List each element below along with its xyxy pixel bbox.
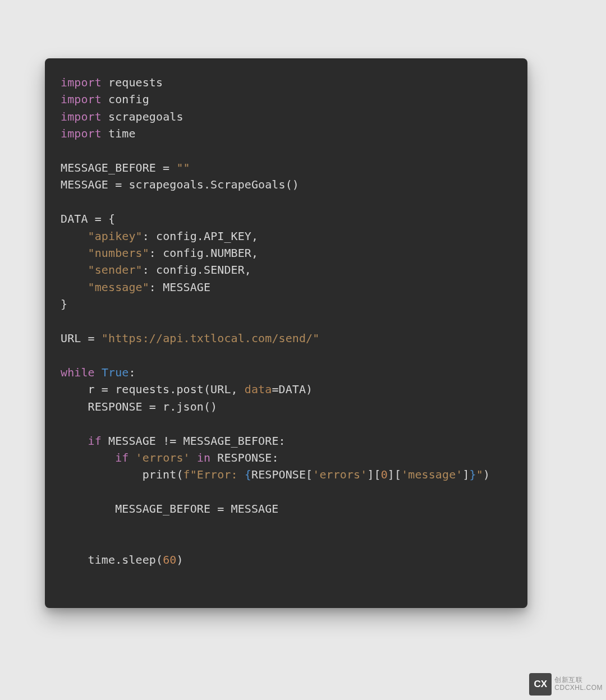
code-token (102, 110, 108, 123)
code-token: time (108, 127, 136, 140)
code-token: MESSAGE_BEFORE = MESSAGE (61, 502, 279, 515)
code-token (102, 127, 108, 140)
code-token: import (61, 93, 102, 106)
code-token (190, 451, 197, 464)
code-token: { (245, 468, 251, 481)
code-token: config (108, 93, 149, 106)
code-token: if (115, 451, 128, 464)
watermark-text: 创新互联 CDCXHL.COM (554, 676, 603, 692)
code-token: 'errors' (136, 451, 190, 464)
code-token: 60 (163, 553, 176, 567)
code-token: if (88, 434, 102, 448)
code-token: while (61, 366, 95, 379)
code-token: ][ (388, 468, 401, 481)
code-token: " (476, 468, 483, 481)
code-token: } (61, 297, 67, 311)
code-token: RESPONSE = r.json() (61, 400, 217, 413)
code-token: print( (61, 468, 183, 481)
code-token (95, 366, 102, 379)
code-token (61, 434, 88, 448)
code-token: "numbers" (88, 246, 149, 260)
code-token (61, 280, 88, 294)
code-block: import requests import config import scr… (61, 74, 512, 569)
code-token: "sender" (88, 263, 143, 277)
code-token: "" (176, 161, 190, 174)
code-token: import (61, 127, 102, 140)
code-token: ] (462, 468, 469, 481)
code-token: ][ (367, 468, 380, 481)
code-token: : config.SENDER, (143, 263, 251, 277)
code-card: import requests import config import scr… (45, 58, 527, 608)
code-token (61, 263, 88, 277)
code-token: r = requests.post(URL, (61, 383, 245, 396)
code-token: in (197, 451, 210, 464)
code-token: : MESSAGE (149, 280, 210, 294)
watermark: CX 创新互联 CDCXHL.COM (529, 673, 603, 696)
code-token: ) (176, 553, 183, 567)
code-token: import (61, 76, 102, 89)
code-token: } (470, 468, 476, 481)
code-token (61, 246, 88, 260)
code-token: =DATA) (272, 383, 313, 396)
code-token (61, 451, 115, 464)
code-token (61, 229, 88, 243)
code-token: MESSAGE_BEFORE = (61, 161, 176, 174)
code-token: DATA = { (61, 212, 115, 225)
code-token (102, 93, 108, 106)
code-token: RESPONSE[ (251, 468, 313, 481)
watermark-logo: CX (529, 673, 552, 696)
code-token: 'message' (401, 468, 462, 481)
code-token: : config.NUMBER, (149, 246, 258, 260)
code-token: MESSAGE = scrapegoals.ScrapeGoals() (61, 178, 299, 191)
code-token: scrapegoals (108, 110, 183, 123)
code-token: import (61, 110, 102, 123)
code-token: : (128, 366, 135, 379)
code-token: "message" (88, 280, 149, 294)
code-token: requests (108, 76, 163, 89)
code-token: True (102, 366, 129, 379)
code-token: RESPONSE: (210, 451, 278, 464)
code-token: 0 (381, 468, 388, 481)
code-token: data (245, 383, 272, 396)
code-token: "apikey" (88, 229, 143, 243)
watermark-line1: 创新互联 (554, 676, 603, 684)
code-token: time.sleep( (61, 553, 163, 567)
code-token: "https://api.txtlocal.com/send/" (102, 331, 320, 345)
code-token: 'errors' (313, 468, 367, 481)
code-token: MESSAGE != MESSAGE_BEFORE: (102, 434, 286, 448)
watermark-line2: CDCXHL.COM (554, 684, 603, 692)
code-token (128, 451, 135, 464)
code-token: f"Error: (183, 468, 245, 481)
code-token: : config.API_KEY, (143, 229, 258, 243)
code-token (102, 76, 108, 89)
code-token: URL = (61, 331, 102, 345)
code-token: ) (483, 468, 490, 481)
